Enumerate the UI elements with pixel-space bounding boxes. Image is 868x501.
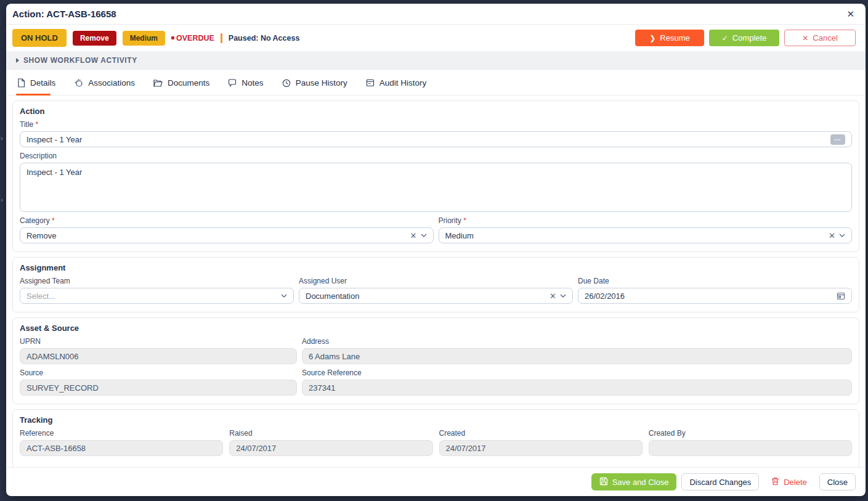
section-tracking: Tracking Reference ACT-ASB-16658 Raised …: [12, 409, 859, 467]
section-heading: Assignment: [20, 263, 852, 272]
reference-input: ACT-ASB-16658: [20, 440, 223, 456]
tab-associations[interactable]: Associations: [74, 78, 135, 95]
source-reference-input: 237341: [302, 380, 852, 396]
completed-field-group: Completed: [439, 462, 643, 467]
address-input: 6 Adams Lane: [302, 348, 852, 364]
category-select[interactable]: Remove ✕: [20, 227, 434, 243]
created-input: 24/07/2017: [439, 440, 643, 456]
close-button[interactable]: Close: [819, 473, 856, 491]
source-reference-label: Source Reference: [302, 369, 852, 377]
background-chevron-fragment: ›: [1, 196, 3, 203]
separator: [221, 33, 222, 43]
uprn-label: UPRN: [20, 337, 297, 346]
assigned-team-label: Assigned Team: [20, 277, 294, 285]
reference-label: Reference: [20, 429, 223, 438]
chevron-down-icon[interactable]: [839, 234, 845, 237]
page-title: Action: ACT-ASB-16658: [12, 9, 116, 19]
chevron-down-icon[interactable]: [560, 294, 566, 298]
section-asset-source: Asset & Source UPRN ADAMSLN006 Address 6…: [12, 317, 859, 404]
action-modal: Action: ACT-ASB-16658 ✕ ON HOLD Remove M…: [6, 4, 866, 496]
address-label: Address: [302, 337, 852, 346]
priority-field-group: Priority Medium ✕: [439, 212, 853, 243]
tab-pause-history[interactable]: Pause History: [282, 78, 347, 95]
due-date-field-group: Due Date 26/02/2016: [578, 272, 852, 304]
assigned-team-field-group: Assigned Team Select...: [20, 272, 294, 304]
raised-field-group: Raised 24/07/2017: [229, 425, 432, 456]
title-input[interactable]: Inspect - 1 Year ⋯: [20, 131, 852, 147]
show-workflow-activity-toggle[interactable]: SHOW WORKFLOW ACTIVITY: [6, 52, 866, 70]
section-heading: Tracking: [20, 415, 852, 425]
chevron-right-icon: ❯: [649, 34, 655, 43]
close-icon[interactable]: ✕: [846, 9, 854, 18]
days-remaining-field-group: Days Remaining -3676: [20, 462, 223, 467]
address-field-group: Address 6 Adams Lane: [302, 333, 852, 364]
raised-label: Raised: [229, 429, 432, 438]
description-label: Description: [20, 152, 852, 160]
source-field-group: Source SURVEY_RECORD: [20, 364, 297, 396]
trash-icon: [771, 477, 779, 487]
source-reference-field-group: Source Reference 237341: [302, 364, 852, 396]
comment-icon: [228, 79, 237, 87]
clear-icon[interactable]: ✕: [546, 291, 560, 301]
reference-field-group: Reference ACT-ASB-16658: [20, 425, 223, 456]
source-label: Source: [20, 369, 297, 377]
details-tab-content: Action Title Inspect - 1 Year ⋯ Descript…: [6, 96, 866, 467]
folder-icon: [153, 79, 163, 87]
uprn-input: ADAMSLN006: [20, 348, 297, 364]
resume-button[interactable]: ❯ Resume: [635, 30, 704, 46]
title-label: Title: [20, 120, 852, 129]
delete-button[interactable]: Delete: [764, 473, 814, 491]
clear-icon[interactable]: ✕: [825, 231, 839, 240]
priority-badge: Medium: [123, 31, 165, 46]
assigned-user-label: Assigned User: [299, 277, 573, 285]
overdue-indicator: OVERDUE: [171, 34, 214, 43]
save-and-close-button[interactable]: Save and Close: [591, 473, 677, 491]
complete-button[interactable]: ✓ Complete: [709, 30, 779, 46]
created-by-label: Created By: [649, 429, 852, 438]
tab-notes[interactable]: Notes: [228, 78, 263, 95]
status-badge-on-hold: ON HOLD: [12, 29, 67, 47]
description-textarea[interactable]: Inspect - 1 Year: [20, 163, 852, 212]
save-icon: [599, 477, 608, 487]
category-label: Category: [20, 216, 434, 225]
background-chevron-fragment: ›: [1, 134, 3, 142]
calendar-icon[interactable]: [837, 291, 845, 300]
category-badge: Remove: [73, 31, 116, 46]
ellipsis-icon[interactable]: ⋯: [830, 134, 845, 145]
section-assignment: Assignment Assigned Team Select... Assig…: [12, 257, 859, 312]
category-field-group: Category Remove ✕: [20, 212, 434, 243]
due-date-label: Due Date: [578, 277, 852, 285]
due-date-input[interactable]: 26/02/2016: [578, 288, 852, 304]
workflow-action-buttons: ❯ Resume ✓ Complete ✕ Cancel: [635, 30, 856, 46]
paused-days-field-group: Paused Days 0: [229, 462, 432, 467]
assigned-field-group: Assigned 17/03/2026: [649, 462, 852, 467]
status-badges: ON HOLD Remove Medium OVERDUE Paused: No…: [12, 29, 299, 47]
x-icon: ✕: [802, 34, 808, 43]
created-by-field-group: Created By: [649, 425, 852, 456]
check-icon: ✓: [722, 34, 728, 43]
tab-bar: Details Associations Documents Notes Pau…: [6, 70, 866, 96]
clock-icon: [282, 79, 291, 88]
created-by-input: [649, 440, 852, 456]
paused-status-text: Paused: No Access: [229, 34, 300, 43]
assigned-user-field-group: Assigned User Documentation ✕: [299, 272, 573, 304]
discard-changes-button[interactable]: Discard Changes: [681, 473, 759, 491]
overdue-label: OVERDUE: [176, 34, 214, 43]
created-label: Created: [439, 429, 643, 438]
link-icon: [74, 78, 83, 88]
tab-documents[interactable]: Documents: [153, 78, 209, 95]
chevron-down-icon[interactable]: [421, 234, 427, 237]
modal-footer: Save and Close Discard Changes Delete Cl…: [6, 467, 866, 496]
caret-right-icon: [16, 58, 19, 63]
tab-audit-history[interactable]: Audit History: [366, 78, 427, 95]
clear-icon[interactable]: ✕: [407, 231, 421, 240]
assigned-team-select[interactable]: Select...: [20, 288, 294, 304]
created-field-group: Created 24/07/2017: [439, 425, 643, 456]
priority-select[interactable]: Medium ✕: [439, 227, 853, 243]
tab-details[interactable]: Details: [17, 78, 55, 95]
section-heading: Asset & Source: [20, 324, 852, 333]
chevron-down-icon[interactable]: [281, 294, 287, 298]
cancel-button[interactable]: ✕ Cancel: [784, 30, 856, 46]
assigned-user-select[interactable]: Documentation ✕: [299, 288, 573, 304]
raised-input: 24/07/2017: [229, 440, 432, 456]
